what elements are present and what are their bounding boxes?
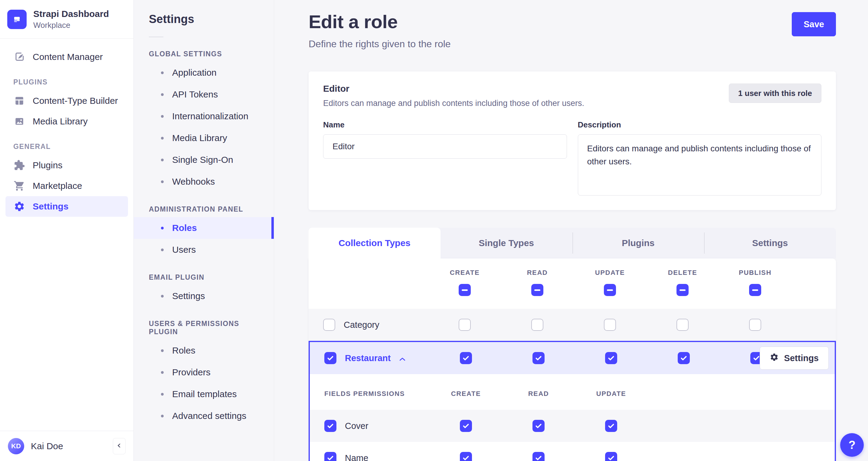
subnav-item-email-settings[interactable]: Settings: [134, 285, 274, 307]
role-name-heading: Editor: [323, 84, 584, 94]
user-name: Kai Doe: [31, 441, 106, 451]
tab-collection-types[interactable]: Collection Types: [309, 228, 440, 259]
workspace-info: Strapi Dashboard Workplace: [33, 8, 109, 30]
subnav-item-webhooks[interactable]: Webhooks: [134, 171, 274, 193]
bullet-icon: [161, 93, 164, 96]
checkbox-select-all-create[interactable]: [459, 284, 471, 296]
bullet-icon: [161, 249, 164, 251]
question-mark-icon: ?: [848, 439, 855, 452]
checkbox-select-all-read[interactable]: [531, 284, 544, 296]
checkbox-select-all-publish[interactable]: [749, 284, 761, 296]
subnav-section-email-plugin: EMAIL PLUGIN: [134, 273, 274, 282]
sidebar-item-label: Content-Type Builder: [33, 96, 118, 106]
workspace-brand[interactable]: Strapi Dashboard Workplace: [0, 0, 133, 39]
checkbox-select-all-update[interactable]: [604, 284, 616, 296]
subnav-item-label: API Tokens: [172, 89, 218, 99]
sidebar-item-plugins[interactable]: Plugins: [5, 155, 128, 176]
checkbox-restaurant-read[interactable]: [532, 352, 545, 364]
row-label[interactable]: Category: [344, 320, 379, 330]
gear-icon: [770, 353, 779, 364]
help-button[interactable]: ?: [840, 433, 864, 457]
settings-subnav: Settings GLOBAL SETTINGS Application API…: [134, 0, 274, 461]
checkbox-select-all-delete[interactable]: [677, 284, 689, 296]
users-with-role-button[interactable]: 1 user with this role: [729, 84, 822, 103]
checkbox-cover-create[interactable]: [460, 420, 472, 432]
subnav-item-up-roles[interactable]: Roles: [134, 340, 274, 362]
sidebar-item-media-library[interactable]: Media Library: [5, 111, 128, 132]
sidebar-item-marketplace[interactable]: Marketplace: [5, 176, 128, 196]
role-description-input[interactable]: Editors can manage and publish contents …: [578, 135, 822, 196]
checkbox-name[interactable]: [324, 452, 336, 461]
permissions-section: Collection Types Single Types Plugins Se…: [309, 228, 836, 461]
fields-column-create: CREATE: [451, 390, 481, 398]
strapi-admin-app: Strapi Dashboard Workplace Content Manag…: [0, 0, 868, 461]
checkbox-name-read[interactable]: [532, 452, 545, 461]
row-label: Cover: [345, 421, 368, 431]
avatar[interactable]: KD: [8, 438, 24, 454]
checkbox-restaurant-delete[interactable]: [678, 352, 690, 364]
checkbox-name-update[interactable]: [605, 452, 617, 461]
bullet-icon: [161, 393, 164, 396]
chevron-left-icon: [117, 443, 122, 450]
tab-plugins[interactable]: Plugins: [572, 228, 704, 259]
subnav-item-roles[interactable]: Roles: [134, 217, 274, 239]
checkbox-category-read[interactable]: [531, 319, 544, 331]
subnav-item-users[interactable]: Users: [134, 239, 274, 261]
checkbox-cover-read[interactable]: [532, 420, 545, 432]
subnav-section-users-permissions-plugin: USERS & PERMISSIONS PLUGIN: [134, 320, 274, 336]
tab-settings[interactable]: Settings: [704, 228, 836, 259]
chevron-up-icon: [399, 353, 405, 363]
subnav-item-api-tokens[interactable]: API Tokens: [134, 84, 274, 105]
checkbox-category-create[interactable]: [459, 319, 471, 331]
field-row-name: Name: [310, 442, 835, 461]
checkbox-cover-update[interactable]: [605, 420, 617, 432]
subnav-item-label: Single Sign-On: [172, 155, 233, 165]
subnav-item-providers[interactable]: Providers: [134, 362, 274, 383]
checkbox-restaurant-create[interactable]: [460, 352, 472, 364]
checkbox-restaurant-update[interactable]: [605, 352, 617, 364]
checkbox-name-create[interactable]: [460, 452, 472, 461]
sidebar-item-content-type-builder[interactable]: Content-Type Builder: [5, 90, 128, 111]
row-label[interactable]: Restaurant: [345, 353, 391, 363]
restaurant-settings-button[interactable]: Settings: [760, 347, 829, 370]
subnav-item-email-templates[interactable]: Email templates: [134, 383, 274, 405]
permissions-tabs: Collection Types Single Types Plugins Se…: [309, 228, 836, 259]
main-content: Edit a role Define the rights given to t…: [274, 0, 868, 461]
strapi-logo-icon: [7, 10, 27, 29]
main-sidebar: Strapi Dashboard Workplace Content Manag…: [0, 0, 134, 461]
subnav-item-internationalization[interactable]: Internationalization: [134, 105, 274, 127]
sidebar-item-settings[interactable]: Settings: [5, 196, 128, 217]
subnav-item-label: Users: [172, 244, 196, 255]
checkbox-restaurant[interactable]: [324, 352, 336, 364]
fields-column-update: UPDATE: [596, 390, 626, 398]
checkbox-category-publish[interactable]: [749, 319, 761, 331]
permissions-table: CREATE READ UPDATE DELETE: [309, 259, 836, 461]
save-button[interactable]: Save: [792, 12, 836, 36]
checkbox-category-update[interactable]: [604, 319, 616, 331]
bullet-icon: [161, 415, 164, 417]
role-name-input[interactable]: [323, 135, 567, 159]
subnav-item-single-sign-on[interactable]: Single Sign-On: [134, 149, 274, 171]
subnav-item-advanced-settings[interactable]: Advanced settings: [134, 405, 274, 427]
sidebar-item-content-manager[interactable]: Content Manager: [5, 47, 128, 67]
sidebar-section-plugins: PLUGINS: [5, 78, 128, 86]
bullet-icon: [161, 371, 164, 374]
tab-single-types[interactable]: Single Types: [440, 228, 572, 259]
column-header-publish: PUBLISH: [739, 269, 772, 277]
app-title: Strapi Dashboard: [33, 8, 109, 19]
row-label: Name: [345, 453, 368, 461]
subnav-item-media-library[interactable]: Media Library: [134, 127, 274, 149]
subnav-item-label: Roles: [172, 345, 195, 356]
subnav-divider: [149, 37, 163, 37]
gear-icon: [13, 200, 25, 212]
checkbox-category-delete[interactable]: [677, 319, 689, 331]
bullet-icon: [161, 71, 164, 74]
puzzle-icon: [13, 159, 25, 171]
sidebar-footer: KD Kai Doe: [0, 431, 133, 461]
collapse-sidebar-button[interactable]: [113, 438, 126, 454]
checkbox-cover[interactable]: [324, 420, 336, 432]
bullet-icon: [161, 227, 164, 229]
subnav-item-application[interactable]: Application: [134, 62, 274, 84]
restaurant-expanded-panel: Restaurant: [309, 341, 836, 461]
checkbox-category[interactable]: [323, 319, 335, 331]
